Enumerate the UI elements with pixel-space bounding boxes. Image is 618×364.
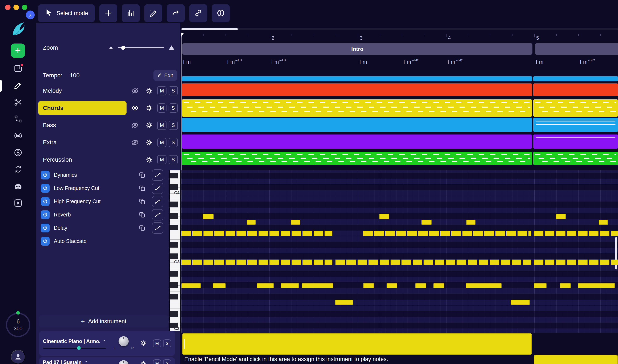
midi-note[interactable]	[534, 283, 547, 288]
region-melody-top[interactable]	[533, 76, 618, 81]
visibility-off-icon[interactable]	[129, 121, 141, 129]
effect-row-dynamics[interactable]: Dynamics	[36, 168, 180, 182]
track-settings-icon[interactable]	[143, 156, 155, 163]
track-name[interactable]: Chords	[38, 101, 127, 115]
midi-note[interactable]	[466, 283, 501, 288]
midi-note[interactable]	[387, 283, 397, 288]
automation-button[interactable]	[152, 169, 163, 181]
effect-row-low-frequency-cut[interactable]: Low Frequency Cut	[36, 182, 180, 195]
chord-label[interactable]: Fmadd2	[227, 59, 242, 65]
pan-knob[interactable]: L R	[113, 359, 134, 364]
track-solo-button[interactable]: S	[169, 121, 178, 130]
horizontal-scrollbar-thumb[interactable]	[181, 28, 238, 30]
visibility-on-icon[interactable]	[129, 104, 141, 112]
track-name[interactable]: Bass	[38, 118, 127, 132]
region-extra[interactable]	[182, 134, 532, 149]
region-percussion[interactable]	[182, 152, 532, 165]
midi-note[interactable]	[281, 283, 299, 288]
zoom-slider-handle[interactable]	[121, 46, 125, 50]
sidebar-item-broadcast[interactable]	[13, 131, 23, 141]
midi-note-run[interactable]	[534, 260, 618, 265]
track-settings-icon[interactable]	[143, 139, 155, 146]
midi-note[interactable]	[578, 283, 615, 288]
track-mute-button[interactable]: M	[157, 138, 167, 147]
track-settings-icon[interactable]	[143, 104, 155, 112]
midi-note[interactable]	[335, 300, 353, 305]
track-row-percussion[interactable]: PercussionMS	[36, 151, 180, 168]
power-button[interactable]	[41, 171, 50, 180]
copy-icon[interactable]	[138, 211, 146, 219]
effect-row-high-frequency-cut[interactable]: High Frequency Cut	[36, 195, 180, 208]
track-name[interactable]: Melody	[38, 84, 127, 98]
midi-note-run[interactable]	[335, 260, 531, 265]
instrument-mute-button[interactable]: M	[153, 359, 161, 364]
section-intro[interactable]: Intro	[182, 43, 532, 55]
track-mute-button[interactable]: M	[157, 86, 167, 95]
instrument-solo-button[interactable]: S	[163, 359, 171, 364]
create-button[interactable]: +	[11, 43, 25, 58]
instrument-select[interactable]: Pad 07 | Sustain	[43, 359, 113, 364]
track-solo-button[interactable]: S	[169, 86, 178, 95]
knob-icon[interactable]	[118, 360, 129, 364]
effect-row-delay[interactable]: Delay	[36, 221, 180, 234]
track-row-bass[interactable]: BassMS	[36, 117, 180, 134]
instrument-region[interactable]	[182, 333, 532, 355]
sidebar-item-tutorials[interactable]	[13, 199, 23, 208]
info-button[interactable]	[212, 4, 230, 22]
zoom-in-icon[interactable]	[169, 45, 174, 50]
instrument-select[interactable]: Cinematic Piano | Atmo...	[43, 338, 113, 344]
volume-slider[interactable]	[43, 348, 106, 349]
midi-note[interactable]	[363, 283, 374, 288]
instrument-solo-button[interactable]: S	[163, 339, 171, 347]
instrument-region[interactable]	[534, 355, 618, 364]
power-button[interactable]	[41, 224, 50, 233]
automation-button[interactable]	[152, 209, 163, 221]
region-percussion[interactable]	[533, 152, 618, 165]
pan-knob[interactable]: L R	[113, 335, 134, 351]
copy-icon[interactable]	[138, 224, 146, 232]
sidebar-item-editor[interactable]	[13, 81, 23, 90]
automation-button[interactable]	[152, 183, 163, 194]
tempo-edit-button[interactable]: Edit	[153, 70, 177, 81]
visibility-off-icon[interactable]	[129, 139, 141, 146]
quota-gauge[interactable]: 6 300	[6, 313, 30, 337]
track-solo-button[interactable]: S	[169, 155, 178, 164]
black-keys[interactable]	[170, 173, 178, 331]
volume-slider-handle[interactable]	[77, 346, 81, 350]
section[interactable]	[535, 43, 618, 55]
chord-label[interactable]: Fm	[183, 59, 191, 65]
region-bass[interactable]	[182, 118, 532, 132]
visibility-off-icon[interactable]	[129, 87, 141, 95]
midi-note[interactable]	[181, 283, 201, 288]
power-button[interactable]	[41, 237, 50, 246]
midi-note[interactable]	[466, 220, 475, 225]
sidebar-item-billing[interactable]	[13, 148, 23, 158]
chord-label[interactable]: Fm	[359, 59, 367, 65]
midi-note[interactable]	[415, 283, 426, 288]
track-row-melody[interactable]: MelodyMS	[36, 82, 180, 99]
midi-note[interactable]	[421, 220, 432, 225]
region-melody[interactable]	[533, 83, 618, 96]
track-mute-button[interactable]: M	[157, 104, 167, 113]
sidebar-expand-button[interactable]: ›	[26, 11, 35, 19]
copy-icon[interactable]	[138, 197, 146, 206]
region-chords[interactable]	[182, 99, 532, 117]
knob-icon[interactable]	[118, 336, 129, 346]
sidebar-item-workflow[interactable]	[13, 115, 23, 124]
region-extra[interactable]	[533, 134, 618, 149]
power-button[interactable]	[41, 210, 50, 219]
add-instrument-button[interactable]: + Add instrument	[39, 315, 168, 327]
chord-label[interactable]: Fm	[536, 59, 543, 65]
sidebar-item-history[interactable]	[13, 165, 23, 174]
profile-button[interactable]	[11, 350, 25, 364]
track-mute-button[interactable]: M	[157, 121, 167, 130]
track-mute-button[interactable]: M	[157, 155, 167, 164]
link-button[interactable]	[189, 4, 207, 22]
zoom-slider[interactable]	[118, 47, 164, 48]
automation-button[interactable]	[152, 196, 163, 207]
midi-note[interactable]	[434, 283, 444, 288]
midi-note-run[interactable]	[181, 231, 332, 236]
region-melody-top[interactable]	[182, 76, 532, 81]
tempo-value[interactable]: 100	[70, 72, 80, 79]
midi-note[interactable]	[599, 220, 608, 225]
